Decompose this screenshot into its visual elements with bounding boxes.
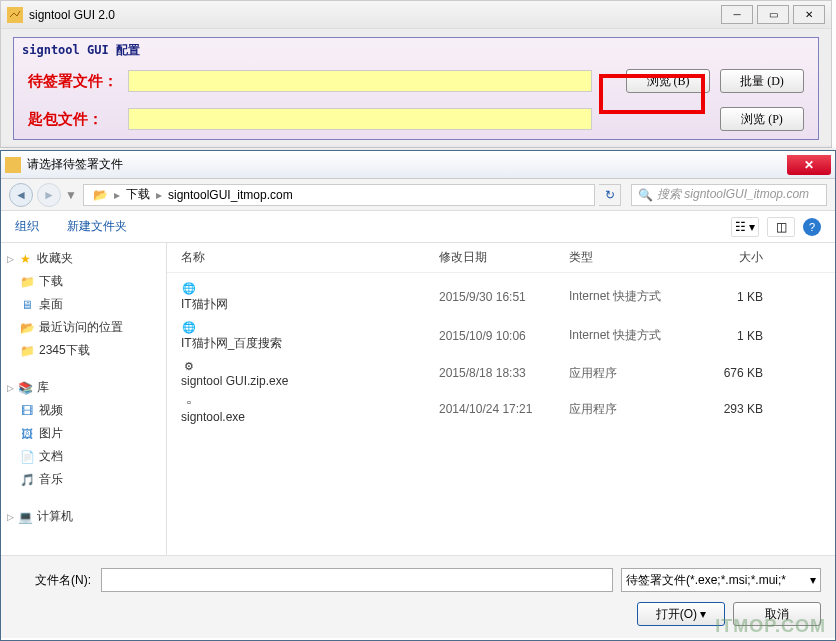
col-header-size[interactable]: 大小	[703, 249, 763, 266]
maximize-button[interactable]: ▭	[757, 5, 789, 24]
config-row-key-file: 匙包文件： 浏览 (P)	[14, 101, 818, 139]
music-icon: 🎵	[19, 472, 35, 488]
breadcrumb-seg-1[interactable]: 下载	[126, 186, 150, 203]
dialog-nav-bar: ◄ ► ▼ 📂 ▸ 下载 ▸ signtoolGUI_itmop.com ↻ 🔍…	[1, 179, 835, 211]
sidebar-item-desktop[interactable]: 🖥桌面	[1, 293, 166, 316]
new-folder-button[interactable]: 新建文件夹	[67, 218, 127, 235]
sidebar-item-2345[interactable]: 📁2345下载	[1, 339, 166, 362]
open-button[interactable]: 打开(O) ▾	[637, 602, 725, 626]
sidebar-item-music[interactable]: 🎵音乐	[1, 468, 166, 491]
chevron-right-icon: ▸	[156, 188, 162, 202]
view-mode-button[interactable]: ☷ ▾	[731, 217, 759, 237]
file-rows: 🌐IT猫扑网2015/9/30 16:51Internet 快捷方式1 KB🌐I…	[167, 273, 835, 431]
browse-b-button[interactable]: 浏览 (B)	[626, 69, 710, 93]
dialog-titlebar: 请选择待签署文件 ✕	[1, 151, 835, 179]
file-open-dialog: 请选择待签署文件 ✕ ◄ ► ▼ 📂 ▸ 下载 ▸ signtoolGUI_it…	[0, 150, 836, 641]
parent-title-text: signtool GUI 2.0	[29, 8, 115, 22]
star-icon: ★	[17, 251, 33, 267]
key-file-label: 匙包文件：	[28, 110, 128, 129]
recent-icon: 📂	[19, 320, 35, 336]
sidebar-item-pictures[interactable]: 🖼图片	[1, 422, 166, 445]
sidebar-libraries[interactable]: ▷📚库	[1, 376, 166, 399]
chevron-right-icon: ▸	[114, 188, 120, 202]
file-icon: 🌐	[181, 280, 197, 296]
config-panel: signtool GUI 配置 待签署文件： 浏览 (B) 批量 (D) 匙包文…	[13, 37, 819, 140]
search-placeholder: 搜索 signtoolGUI_itmop.com	[657, 186, 809, 203]
breadcrumb-root-icon: 📂	[93, 188, 108, 202]
col-header-date[interactable]: 修改日期	[439, 249, 569, 266]
filename-label: 文件名(N):	[15, 572, 101, 589]
svg-rect-0	[7, 7, 23, 23]
col-header-name[interactable]: 名称	[181, 249, 439, 266]
dialog-body: ▷★收藏夹 📁下载 🖥桌面 📂最近访问的位置 📁2345下载 ▷📚库 🎞视频 🖼…	[1, 243, 835, 555]
config-row-sign-file: 待签署文件： 浏览 (B) 批量 (D)	[14, 63, 818, 101]
desktop-icon: 🖥	[19, 297, 35, 313]
file-row[interactable]: 🌐IT猫扑网_百度搜索2015/10/9 10:06Internet 快捷方式1…	[167, 316, 835, 355]
config-header: signtool GUI 配置	[14, 38, 818, 63]
file-row[interactable]: ▫signtool.exe2014/10/24 17:21应用程序293 KB	[167, 391, 835, 427]
chevron-down-icon: ▾	[810, 573, 816, 587]
file-type-filter[interactable]: 待签署文件(*.exe;*.msi;*.mui;* ▾	[621, 568, 821, 592]
sidebar-item-recent[interactable]: 📂最近访问的位置	[1, 316, 166, 339]
col-header-type[interactable]: 类型	[569, 249, 703, 266]
sidebar-favorites[interactable]: ▷★收藏夹	[1, 247, 166, 270]
dialog-title-text: 请选择待签署文件	[27, 156, 123, 173]
organize-menu[interactable]: 组织	[15, 218, 39, 235]
minimize-button[interactable]: ─	[721, 5, 753, 24]
search-icon: 🔍	[638, 188, 653, 202]
app-icon	[7, 7, 23, 23]
file-row[interactable]: ⚙signtool GUI.zip.exe2015/8/18 18:33应用程序…	[167, 355, 835, 391]
preview-pane-button[interactable]: ◫	[767, 217, 795, 237]
folder-icon: 📁	[19, 274, 35, 290]
parent-titlebar: signtool GUI 2.0 ─ ▭ ✕	[1, 1, 831, 29]
browse-p-button[interactable]: 浏览 (P)	[720, 107, 804, 131]
file-list-area: 名称 修改日期 类型 大小 🌐IT猫扑网2015/9/30 16:51Inter…	[167, 243, 835, 555]
sidebar-item-downloads[interactable]: 📁下载	[1, 270, 166, 293]
parent-window: signtool GUI 2.0 ─ ▭ ✕ signtool GUI 配置 待…	[0, 0, 832, 148]
close-button[interactable]: ✕	[793, 5, 825, 24]
breadcrumb-seg-2[interactable]: signtoolGUI_itmop.com	[168, 188, 293, 202]
sidebar-item-documents[interactable]: 📄文档	[1, 445, 166, 468]
refresh-button[interactable]: ↻	[599, 184, 621, 206]
dialog-icon	[5, 157, 21, 173]
search-input[interactable]: 🔍 搜索 signtoolGUI_itmop.com	[631, 184, 827, 206]
batch-d-button[interactable]: 批量 (D)	[720, 69, 804, 93]
file-icon: 🌐	[181, 319, 197, 335]
library-icon: 📚	[17, 380, 33, 396]
computer-icon: 💻	[17, 509, 33, 525]
file-list-header: 名称 修改日期 类型 大小	[167, 243, 835, 273]
dialog-toolbar: 组织 新建文件夹 ☷ ▾ ◫ ?	[1, 211, 835, 243]
dialog-footer: 文件名(N): 待签署文件(*.exe;*.msi;*.mui;* ▾ 打开(O…	[1, 555, 835, 638]
key-file-input[interactable]	[128, 108, 592, 130]
folder-icon: 📁	[19, 343, 35, 359]
file-row[interactable]: 🌐IT猫扑网2015/9/30 16:51Internet 快捷方式1 KB	[167, 277, 835, 316]
sidebar-computer[interactable]: ▷💻计算机	[1, 505, 166, 528]
sign-file-input[interactable]	[128, 70, 592, 92]
watermark: ITMOP.COM	[715, 616, 826, 637]
file-icon: ▫	[181, 394, 197, 410]
picture-icon: 🖼	[19, 426, 35, 442]
svg-rect-1	[5, 157, 21, 173]
sign-file-label: 待签署文件：	[28, 72, 128, 91]
filename-input[interactable]	[101, 568, 613, 592]
help-icon[interactable]: ?	[803, 218, 821, 236]
nav-history-dropdown[interactable]: ▼	[65, 188, 79, 202]
sidebar: ▷★收藏夹 📁下载 🖥桌面 📂最近访问的位置 📁2345下载 ▷📚库 🎞视频 🖼…	[1, 243, 167, 555]
dialog-close-button[interactable]: ✕	[787, 155, 831, 175]
nav-back-button[interactable]: ◄	[9, 183, 33, 207]
file-icon: ⚙	[181, 358, 197, 374]
nav-forward-button[interactable]: ►	[37, 183, 61, 207]
document-icon: 📄	[19, 449, 35, 465]
sidebar-item-videos[interactable]: 🎞视频	[1, 399, 166, 422]
video-icon: 🎞	[19, 403, 35, 419]
breadcrumb[interactable]: 📂 ▸ 下载 ▸ signtoolGUI_itmop.com	[83, 184, 595, 206]
